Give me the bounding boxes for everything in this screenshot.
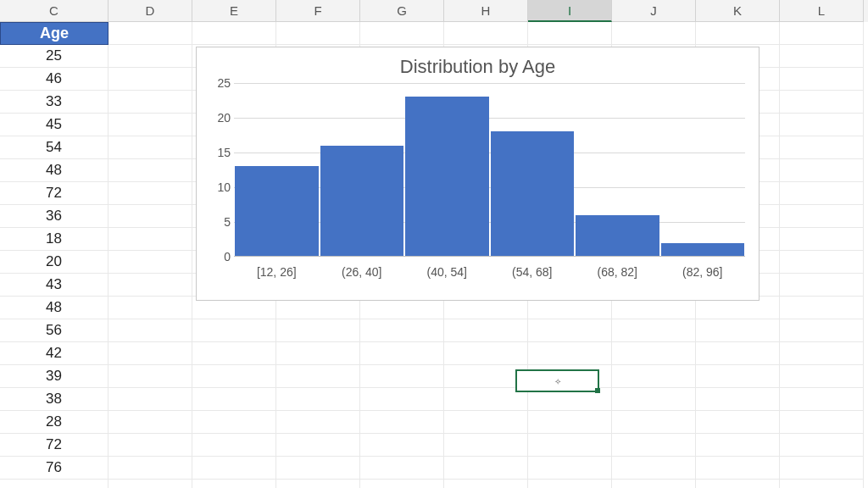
empty-cell[interactable] <box>360 388 444 411</box>
empty-cell[interactable] <box>108 91 192 114</box>
data-cell[interactable]: 54 <box>0 136 108 159</box>
column-header-H[interactable]: H <box>444 0 528 22</box>
empty-cell[interactable] <box>444 480 528 488</box>
data-cell[interactable]: 48 <box>0 159 108 182</box>
data-cell[interactable]: 76 <box>0 457 108 480</box>
empty-cell[interactable] <box>108 228 192 251</box>
bar[interactable] <box>661 243 745 257</box>
empty-cell[interactable] <box>108 274 192 297</box>
empty-cell[interactable] <box>696 480 780 488</box>
empty-cell[interactable] <box>192 388 276 411</box>
empty-cell[interactable] <box>696 319 780 342</box>
empty-cell[interactable] <box>528 434 612 457</box>
empty-cell[interactable] <box>780 136 864 159</box>
empty-cell[interactable] <box>780 45 864 68</box>
empty-cell[interactable] <box>444 22 528 45</box>
empty-cell[interactable] <box>612 457 696 480</box>
empty-cell[interactable] <box>192 457 276 480</box>
empty-cell[interactable] <box>108 297 192 319</box>
empty-cell[interactable] <box>108 251 192 274</box>
empty-cell[interactable] <box>360 342 444 365</box>
empty-cell[interactable] <box>780 480 864 488</box>
empty-cell[interactable] <box>780 342 864 365</box>
column-header-C[interactable]: C <box>0 0 108 22</box>
empty-cell[interactable] <box>780 319 864 342</box>
empty-cell[interactable] <box>780 251 864 274</box>
empty-cell[interactable] <box>444 434 528 457</box>
empty-cell[interactable] <box>444 342 528 365</box>
empty-cell[interactable] <box>192 319 276 342</box>
empty-cell[interactable] <box>360 319 444 342</box>
empty-cell[interactable] <box>780 91 864 114</box>
column-header-F[interactable]: F <box>276 0 360 22</box>
empty-cell[interactable] <box>780 68 864 91</box>
empty-cell[interactable] <box>276 365 360 388</box>
column-header-J[interactable]: J <box>612 0 696 22</box>
empty-cell[interactable] <box>108 365 192 388</box>
data-cell[interactable]: 45 <box>0 114 108 136</box>
empty-cell[interactable] <box>612 342 696 365</box>
data-cell[interactable]: 28 <box>0 411 108 434</box>
bar[interactable] <box>491 131 575 257</box>
empty-cell[interactable] <box>696 411 780 434</box>
empty-cell[interactable] <box>780 365 864 388</box>
empty-cell[interactable] <box>780 22 864 45</box>
data-cell[interactable]: 46 <box>0 68 108 91</box>
empty-cell[interactable] <box>696 22 780 45</box>
column-header-G[interactable]: G <box>360 0 444 22</box>
empty-cell[interactable] <box>108 205 192 228</box>
data-cell[interactable]: 72 <box>0 434 108 457</box>
empty-cell[interactable] <box>780 388 864 411</box>
data-cell[interactable]: 33 <box>0 91 108 114</box>
empty-cell[interactable] <box>612 411 696 434</box>
data-cell[interactable]: 20 <box>0 251 108 274</box>
empty-cell[interactable] <box>108 388 192 411</box>
empty-cell[interactable] <box>108 480 192 488</box>
empty-cell[interactable] <box>108 434 192 457</box>
empty-cell[interactable] <box>612 365 696 388</box>
empty-cell[interactable] <box>360 434 444 457</box>
data-cell[interactable]: 18 <box>0 228 108 251</box>
empty-cell[interactable] <box>192 434 276 457</box>
bar[interactable] <box>405 97 489 257</box>
empty-cell[interactable] <box>528 411 612 434</box>
data-cell[interactable]: 72 <box>0 182 108 205</box>
empty-cell[interactable] <box>528 457 612 480</box>
data-header-cell[interactable]: Age <box>0 22 108 45</box>
empty-cell[interactable] <box>276 411 360 434</box>
empty-cell[interactable] <box>360 411 444 434</box>
column-header-D[interactable]: D <box>108 0 192 22</box>
empty-cell[interactable] <box>780 205 864 228</box>
empty-cell[interactable] <box>108 182 192 205</box>
empty-cell[interactable] <box>0 480 108 488</box>
empty-cell[interactable] <box>108 342 192 365</box>
data-cell[interactable]: 38 <box>0 388 108 411</box>
empty-cell[interactable] <box>108 45 192 68</box>
empty-cell[interactable] <box>108 319 192 342</box>
bar[interactable] <box>235 166 319 257</box>
empty-cell[interactable] <box>276 434 360 457</box>
empty-cell[interactable] <box>108 136 192 159</box>
empty-cell[interactable] <box>192 342 276 365</box>
empty-cell[interactable] <box>444 365 528 388</box>
empty-cell[interactable] <box>276 319 360 342</box>
bar[interactable] <box>320 146 404 257</box>
plot-area[interactable]: 0510152025 <box>234 83 745 257</box>
data-cell[interactable]: 48 <box>0 297 108 319</box>
empty-cell[interactable] <box>780 228 864 251</box>
empty-cell[interactable] <box>528 22 612 45</box>
data-cell[interactable]: 25 <box>0 45 108 68</box>
empty-cell[interactable] <box>276 22 360 45</box>
empty-cell[interactable] <box>108 68 192 91</box>
empty-cell[interactable] <box>612 388 696 411</box>
column-header-L[interactable]: L <box>780 0 864 22</box>
empty-cell[interactable] <box>108 22 192 45</box>
empty-cell[interactable] <box>528 342 612 365</box>
bar[interactable] <box>576 215 659 257</box>
empty-cell[interactable] <box>612 480 696 488</box>
empty-cell[interactable] <box>780 182 864 205</box>
empty-cell[interactable] <box>360 480 444 488</box>
empty-cell[interactable] <box>108 411 192 434</box>
data-cell[interactable]: 36 <box>0 205 108 228</box>
empty-cell[interactable] <box>360 22 444 45</box>
